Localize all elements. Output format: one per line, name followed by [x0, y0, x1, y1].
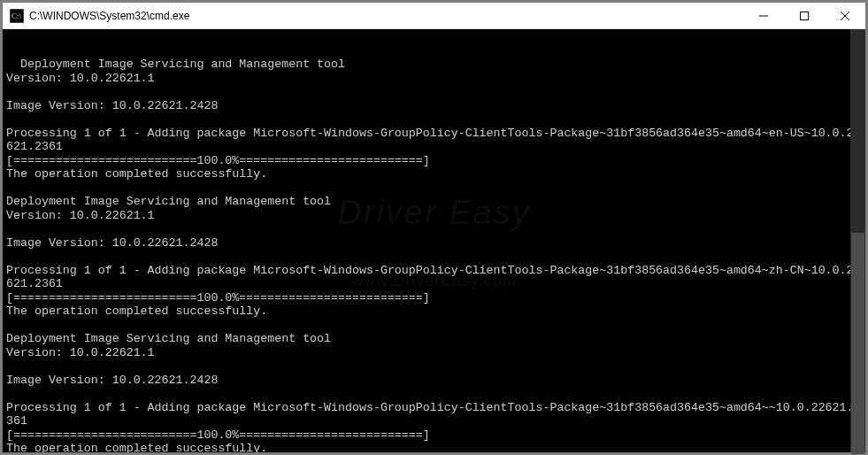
watermark-line2: www.DriverEasy.com — [337, 270, 530, 292]
watermark: Driver Easy www.DriverEasy.com — [337, 157, 530, 325]
console-output[interactable]: Driver Easy www.DriverEasy.com Deploymen… — [3, 29, 865, 452]
cmd-window: C:\ C:\WINDOWS\System32\cmd.exe Driver E… — [2, 2, 866, 453]
window-controls — [743, 3, 865, 28]
watermark-line1: Driver Easy — [337, 189, 530, 236]
maximize-button[interactable] — [784, 3, 825, 28]
scrollbar-thumb[interactable] — [851, 233, 864, 454]
close-button[interactable] — [825, 3, 865, 28]
cmd-icon: C:\ — [10, 9, 24, 23]
scrollbar[interactable] — [850, 29, 865, 452]
window-title: C:\WINDOWS\System32\cmd.exe — [29, 10, 743, 22]
minimize-button[interactable] — [743, 3, 784, 28]
svg-rect-3 — [801, 12, 809, 19]
titlebar[interactable]: C:\ C:\WINDOWS\System32\cmd.exe — [3, 3, 865, 29]
svg-text:C:\: C:\ — [12, 12, 22, 20]
